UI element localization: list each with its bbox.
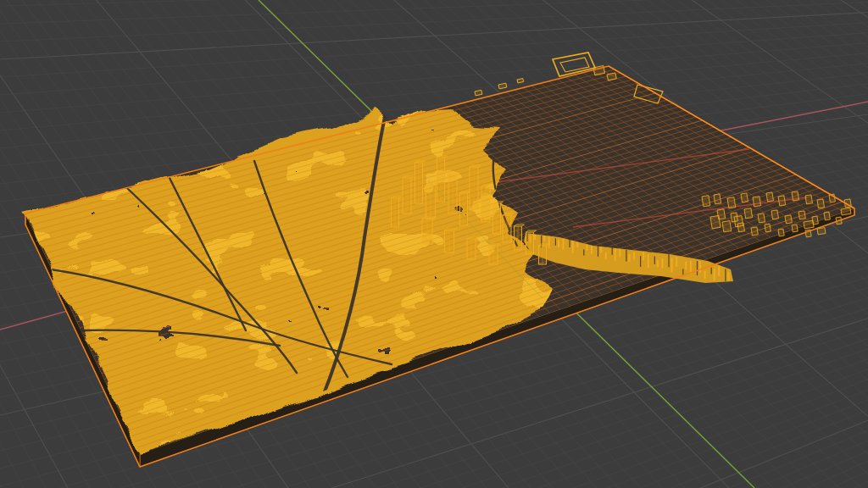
city-map-model[interactable] (0, 53, 868, 483)
viewport-3d[interactable] (0, 0, 868, 488)
